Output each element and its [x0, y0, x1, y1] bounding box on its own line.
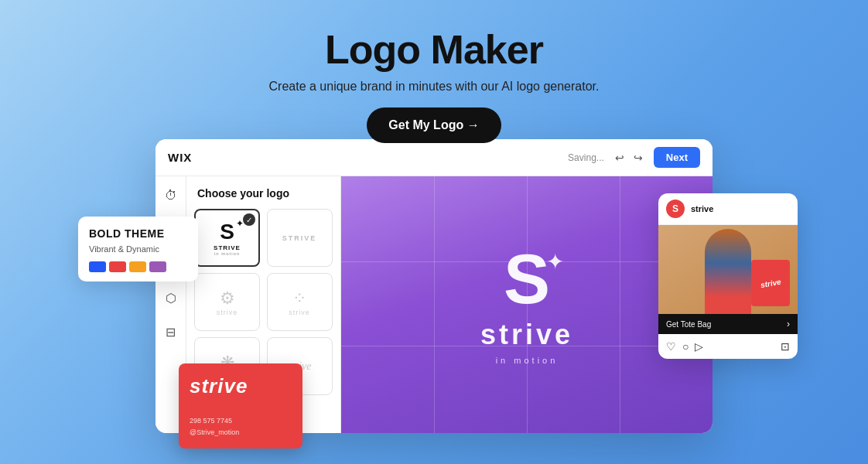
main-canvas[interactable]: S ✦ strive in motion [341, 176, 713, 433]
logo4-brand: strive [289, 309, 310, 316]
swatch-red[interactable] [109, 261, 126, 272]
swatch-blue[interactable] [89, 261, 106, 272]
social-image: strive [658, 225, 798, 314]
logo3-brand: strive [217, 309, 238, 316]
icon-bar-clock[interactable]: ⏱ [159, 184, 183, 207]
biz-info: 298 575 7745 @Strive_motion [190, 415, 292, 438]
business-card: strive 298 575 7745 @Strive_motion [179, 363, 302, 449]
center-star-icon: ✦ [546, 249, 564, 275]
logo-item-2[interactable]: STRIVE [267, 209, 333, 267]
biz-brand: strive [190, 374, 292, 398]
saving-status: Saving... [568, 152, 604, 163]
social-card: S strive strive Get Tote Bag › ♡ ○ ▷ ⊡ [658, 193, 798, 359]
logo3-gear-icon: ⚙ [220, 288, 235, 309]
grid-line-v1 [434, 176, 435, 433]
logo-item-4[interactable]: ⁘ strive [267, 273, 333, 331]
tote-bag: strive [751, 260, 790, 306]
biz-phone: 298 575 7745 [190, 415, 292, 426]
logo2-text: STRIVE [282, 234, 317, 242]
undo-button[interactable]: ↩ [612, 150, 627, 165]
center-s-container: S ✦ [504, 244, 550, 314]
swatch-purple[interactable] [149, 261, 166, 272]
comment-icon[interactable]: ○ [682, 340, 689, 353]
grid-line-v3 [620, 176, 620, 433]
logo1-tagline: in motion [214, 251, 240, 256]
ui-area: BOLD THEME Vibrant & Dynamic WIX Saving.… [86, 139, 782, 433]
bookmark-icon[interactable]: ⊡ [781, 340, 790, 353]
wix-titlebar: WIX Saving... ↩ ↪ Next [155, 139, 713, 176]
bold-theme-subtitle: Vibrant & Dynamic [89, 244, 187, 254]
choose-logo-title: Choose your logo [194, 187, 333, 200]
icon-bar-shapes[interactable]: ⬡ [159, 286, 183, 309]
social-avatar-letter: S [672, 203, 678, 214]
titlebar-right: Saving... ↩ ↪ Next [568, 147, 700, 168]
biz-social: @Strive_motion [190, 427, 292, 438]
center-brand-name: strive [480, 319, 573, 351]
get-tote-label: Get Tote Bag [666, 320, 711, 329]
social-header: S strive [658, 193, 798, 225]
logo-item-3[interactable]: ⚙ strive [194, 273, 260, 331]
social-username: strive [691, 204, 713, 213]
logo1-s-letter: S [220, 220, 234, 244]
hero-section: Logo Maker Create a unique brand in minu… [269, 0, 600, 143]
hero-subtitle: Create a unique brand in minutes with ou… [269, 80, 600, 94]
tote-brand-text: strive [760, 277, 781, 288]
bold-theme-card: BOLD THEME Vibrant & Dynamic [78, 217, 198, 281]
next-button[interactable]: Next [654, 147, 700, 168]
center-tagline: in motion [496, 356, 559, 365]
icon-bar-grid[interactable]: ⊟ [159, 320, 183, 343]
heart-icon[interactable]: ♡ [666, 340, 676, 353]
hero-title: Logo Maker [269, 28, 600, 72]
logo1-brand: STRIVE [214, 244, 241, 251]
center-logo: S ✦ strive in motion [480, 244, 573, 365]
cta-button[interactable]: Get My Logo → [367, 107, 501, 143]
get-tote-bar[interactable]: Get Tote Bag › [658, 314, 798, 334]
undo-redo-group: ↩ ↪ [612, 150, 646, 165]
bold-theme-title: BOLD THEME [89, 227, 187, 240]
logo4-dots-icon: ⁘ [292, 288, 306, 309]
wix-logo: WIX [168, 151, 192, 164]
person-silhouette [705, 229, 751, 314]
get-tote-arrow: › [787, 319, 790, 329]
redo-button[interactable]: ↪ [630, 150, 646, 165]
social-icons-left: ♡ ○ ▷ [666, 340, 703, 353]
social-avatar: S [666, 200, 685, 218]
swatch-orange[interactable] [129, 261, 146, 272]
selected-checkmark: ✓ [243, 213, 255, 226]
logo-item-1[interactable]: ✓ S ✦ STRIVE in motion [194, 209, 260, 267]
center-s-letter: S [504, 244, 550, 314]
social-actions: ♡ ○ ▷ ⊡ [658, 334, 798, 359]
color-swatches [89, 261, 187, 272]
logo1-star: ✦ [236, 218, 244, 229]
share-icon[interactable]: ▷ [695, 340, 703, 353]
